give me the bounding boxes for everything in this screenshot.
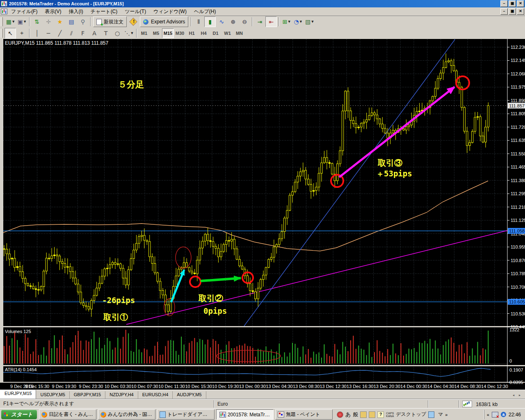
toolbar-separator — [29, 17, 30, 26]
menu-item-4[interactable]: ツール(T) — [121, 7, 150, 16]
task-button-3[interactable]: 2001578: MetaTrade... — [216, 409, 274, 420]
periods-button-dropdown-icon[interactable]: ▼ — [300, 20, 302, 23]
hline-tool[interactable]: ─ — [43, 28, 54, 39]
zoom-out-button[interactable]: ⊖ — [239, 16, 250, 27]
timeframe-d1[interactable]: D1 — [210, 28, 221, 38]
bar-chart-button[interactable]: ⦀ — [193, 16, 204, 27]
svg-text:111.805: 111.805 — [511, 111, 525, 116]
caps-kana-indicator[interactable]: CAPSKANA — [386, 412, 394, 418]
menu-item-1[interactable]: 表示(V) — [41, 7, 65, 16]
new-chart-button-dropdown-icon[interactable]: ▼ — [12, 20, 14, 23]
periods-button-icon: ◔ — [294, 18, 299, 25]
chart-tab-4[interactable]: EURUSD,H4 — [138, 391, 173, 399]
task-button-4[interactable]: 無題 - ペイント — [275, 409, 333, 420]
menu-item-2[interactable]: 挿入(I) — [65, 7, 87, 16]
tray-collapse-chevron[interactable]: « — [487, 412, 489, 417]
desktop-toolbar-label[interactable]: デスクトップ — [396, 411, 426, 418]
cursor-tool[interactable]: ↖ — [5, 28, 16, 39]
chart-tab-1[interactable]: USDJPY,M5 — [36, 391, 69, 399]
tab-scroll-left-icon[interactable]: ◂ — [511, 393, 516, 398]
market-watch-button[interactable]: ⇅ — [31, 16, 43, 27]
title-bar[interactable]: 2001578: MetaTrader - Demo Account - [EU… — [0, 0, 525, 7]
new-order-button[interactable]: 新規注文 — [93, 16, 127, 27]
mdi-restore-button[interactable]: ▣ — [509, 8, 516, 15]
new-chart-button[interactable]: ▦▼ — [5, 16, 16, 27]
desktop-folder-icon[interactable] — [428, 411, 434, 418]
timeframe-m5[interactable]: M5 — [150, 28, 162, 38]
timeframe-w1[interactable]: W1 — [221, 28, 233, 38]
pane-splitter — [0, 382, 525, 383]
chart-tab-0[interactable]: EURJPY,M15 — [0, 390, 36, 399]
tab-scroll-right-icon[interactable]: ▸ — [517, 393, 523, 398]
trendline-tool[interactable]: ╱ — [54, 28, 66, 39]
toolbar-overflow-chevron[interactable]: » — [445, 412, 447, 417]
svg-text:111.125: 111.125 — [511, 218, 525, 223]
timeframe-m1[interactable]: M1 — [138, 28, 150, 38]
channel-tool[interactable]: ⫽ — [66, 28, 77, 39]
profiles-button-dropdown-icon[interactable]: ▼ — [24, 20, 26, 23]
chart-tab-3[interactable]: NZDJPY,H4 — [105, 391, 138, 399]
crosshair-tool[interactable]: ＋ — [16, 28, 27, 39]
toolbar-grip[interactable] — [1, 29, 3, 38]
ime-help-icon[interactable]: ? — [377, 411, 384, 418]
line-chart-button[interactable]: ∿ — [216, 16, 227, 27]
mt4-icon — [219, 412, 226, 418]
warning-button[interactable] — [128, 16, 139, 27]
menu-item-0[interactable]: ファイル(F) — [7, 7, 41, 16]
menu-item-3[interactable]: チャート(C) — [87, 7, 121, 16]
strategy-tester-button[interactable]: ⚲ — [77, 16, 89, 27]
timeframe-h4[interactable]: H4 — [198, 28, 210, 38]
timeframe-m15[interactable]: M15 — [162, 28, 174, 38]
menu-item-6[interactable]: ヘルプ(H) — [190, 7, 220, 16]
svg-text:111.857: 111.857 — [509, 103, 525, 108]
ime-hiragana-indicator[interactable]: あ — [345, 411, 351, 418]
mdi-minimize-button[interactable]: – — [500, 8, 508, 15]
timeframe-mn[interactable]: MN — [233, 28, 245, 38]
terminal-button[interactable]: ▤ — [66, 16, 77, 27]
profiles-button[interactable]: ▣▼ — [16, 16, 27, 27]
indicators-button-dropdown-icon[interactable]: ▼ — [288, 20, 290, 23]
expert-advisors-button[interactable]: Expert Advisors — [140, 16, 188, 27]
start-button[interactable]: スタート — [1, 410, 37, 419]
task-button-2[interactable]: トレードダイアリーテンプレー... — [157, 409, 215, 420]
toolbar-grip[interactable] — [1, 17, 3, 26]
tray-app-icon[interactable]: a — [501, 412, 506, 417]
favorites-button[interactable]: ★ — [54, 16, 66, 27]
chart-shift-button[interactable]: ⇤ — [265, 16, 277, 27]
templates-button[interactable]: ▧▼ — [304, 16, 315, 27]
navigator-button[interactable]: ✛ — [43, 16, 54, 27]
task-button-0[interactable]: 日記を書く - みんなの株... — [39, 409, 96, 420]
ime-mode-indicator[interactable]: 般 — [353, 411, 358, 418]
chart-area[interactable]: 112.230112.145112.060111.975111.890111.8… — [0, 39, 525, 390]
shapes-tool[interactable]: ○ — [112, 28, 123, 39]
restore-button[interactable]: ▣ — [509, 0, 516, 7]
timeframe-m30[interactable]: M30 — [174, 28, 186, 38]
auto-scroll-button[interactable]: ⇥ — [254, 16, 265, 27]
timeframe-h1[interactable]: H1 — [186, 28, 198, 38]
zoom-in-button[interactable]: ⊕ — [227, 16, 239, 27]
vline-tool[interactable]: │ — [31, 28, 43, 39]
arrows-tool[interactable]: ⋱▼ — [123, 28, 135, 39]
templates-button-dropdown-icon[interactable]: ▼ — [311, 20, 313, 23]
chart-tab-2[interactable]: GBPJPY,M15 — [70, 391, 105, 399]
network-disconnected-icon[interactable] — [492, 412, 498, 418]
menu-item-5[interactable]: ウィンドウ(W) — [150, 7, 190, 16]
svg-text:9 Dec 15:30: 9 Dec 15:30 — [25, 384, 49, 389]
candlestick-chart-button[interactable]: ▮ — [204, 16, 216, 27]
chart-tab-5[interactable]: AUDJPY,M5 — [173, 391, 206, 399]
label-tool[interactable]: T — [100, 28, 112, 39]
close-button[interactable]: ✕ — [517, 0, 524, 7]
minimize-button[interactable]: – — [500, 0, 508, 7]
periods-button[interactable]: ◔▼ — [292, 16, 304, 27]
chart-canvas[interactable]: 112.230112.145112.060111.975111.890111.8… — [0, 39, 525, 390]
mdi-close-button[interactable]: ✕ — [517, 8, 524, 15]
task-button-1[interactable]: みんなの外為 - 国内最... — [98, 409, 155, 420]
ime-tools-icon[interactable] — [360, 411, 367, 418]
arrows-tool-dropdown-icon[interactable]: ▼ — [131, 32, 133, 35]
ime-brush-icon[interactable] — [337, 411, 343, 418]
fibonacci-tool[interactable]: F — [77, 28, 89, 39]
indicators-button[interactable]: ⊞▼ — [281, 16, 292, 27]
ime-pad-icon[interactable] — [369, 411, 375, 418]
strategy-tester-button-icon: ⚲ — [81, 18, 85, 25]
text-tool[interactable]: A — [89, 28, 100, 39]
